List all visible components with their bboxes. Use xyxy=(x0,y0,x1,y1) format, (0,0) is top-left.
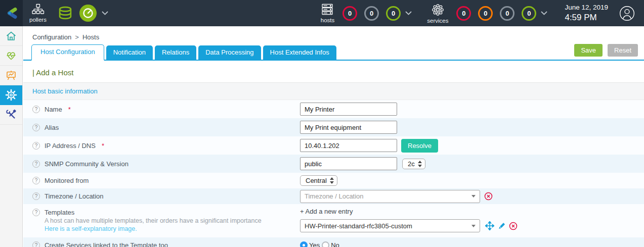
main-content: Configuration > Hosts Host Configuration… xyxy=(23,26,644,247)
template-select[interactable]: HW-Printer-standard-rfc3805-custom xyxy=(300,219,480,232)
save-button[interactable]: Save xyxy=(574,44,603,57)
help-icon[interactable]: ? xyxy=(32,124,40,131)
template-move-icon[interactable] xyxy=(485,221,494,230)
monitored-from-select[interactable]: Central xyxy=(300,175,337,186)
form-actions: Save Reset xyxy=(574,44,638,57)
timezone-clear-icon[interactable] xyxy=(484,192,493,201)
sidebar-item-monitoring[interactable] xyxy=(0,46,22,66)
hosts-status-menu[interactable]: hosts xyxy=(321,3,335,23)
pollers-menu[interactable]: pollers xyxy=(29,4,47,23)
templates-label: Templates xyxy=(45,209,74,216)
help-icon[interactable]: ? xyxy=(32,177,40,184)
hosts-down-counter[interactable]: 0 xyxy=(342,6,357,21)
help-icon[interactable]: ? xyxy=(32,192,40,200)
sidebar-item-configuration[interactable] xyxy=(0,85,22,105)
tab-data-processing[interactable]: Data Processing xyxy=(198,45,261,60)
services-unknown-counter[interactable]: 0 xyxy=(500,6,514,21)
hosts-unreachable-counter[interactable]: 0 xyxy=(364,6,379,21)
ip-input[interactable] xyxy=(300,139,397,152)
form-row-create-services: ? Create Services linked to the Template… xyxy=(23,237,644,247)
select-updown-icon xyxy=(330,177,334,184)
form-row-name: ? Name * xyxy=(23,100,644,118)
radio-no-unchecked[interactable] xyxy=(322,241,329,247)
form-row-templates: ? Templates + Add a new entry A host can… xyxy=(23,204,644,237)
create-services-yes-option[interactable]: Yes xyxy=(300,241,322,247)
create-services-radio-group: Yes No xyxy=(300,241,341,247)
add-template-entry-link[interactable]: + Add a new entry xyxy=(300,208,353,215)
gauge-status-icon[interactable] xyxy=(79,4,97,22)
hosts-up-counter[interactable]: 0 xyxy=(386,6,401,21)
form-row-snmp: ? SNMP Community & Version 2c xyxy=(23,155,644,173)
template-edit-icon[interactable] xyxy=(497,222,506,230)
alias-input[interactable] xyxy=(300,121,397,134)
pollers-label: pollers xyxy=(29,17,47,23)
templates-note: A host can have multiple templates, thei… xyxy=(45,216,300,225)
main-sidebar xyxy=(0,26,23,247)
form-row-monitored-from: ? Monitored from Central xyxy=(23,173,644,188)
required-mark: * xyxy=(102,142,104,150)
section-host-basic-information: Host basic information xyxy=(23,82,644,100)
dropdown-arrow-icon xyxy=(471,225,476,227)
templates-help-link[interactable]: Here is a self-explanatory image. xyxy=(45,225,300,232)
hosts-label: hosts xyxy=(321,17,335,23)
services-ok-counter[interactable]: 0 xyxy=(522,6,536,21)
hosts-icon xyxy=(321,3,334,16)
centreon-logo[interactable] xyxy=(0,0,23,26)
monitored-from-value: Central xyxy=(306,177,327,184)
breadcrumb-hosts[interactable]: Hosts xyxy=(82,33,99,41)
no-label: No xyxy=(331,241,339,247)
home-icon xyxy=(5,30,17,42)
template-delete-icon[interactable] xyxy=(509,222,518,230)
services-status-menu[interactable]: services xyxy=(427,3,448,24)
top-header: pollers xyxy=(0,0,644,26)
snmp-community-input[interactable] xyxy=(300,157,397,170)
tools-icon xyxy=(5,109,17,121)
resolve-button[interactable]: Resolve xyxy=(401,139,438,153)
ip-label: IP Address / DNS xyxy=(45,142,96,150)
timezone-label: Timezone / Location xyxy=(45,192,104,200)
name-input[interactable] xyxy=(300,103,397,116)
create-services-no-option[interactable]: No xyxy=(322,241,341,247)
breadcrumb-separator: > xyxy=(75,33,79,41)
name-label: Name xyxy=(45,106,62,113)
services-warning-counter[interactable]: 0 xyxy=(478,6,493,21)
services-label: services xyxy=(427,18,448,24)
sidebar-item-home[interactable] xyxy=(0,26,22,46)
select-updown-icon xyxy=(418,161,422,167)
help-icon[interactable]: ? xyxy=(32,160,40,168)
tab-host-extended-infos[interactable]: Host Extended Infos xyxy=(263,45,336,60)
database-status-icon[interactable] xyxy=(58,6,73,20)
breadcrumb-configuration[interactable]: Configuration xyxy=(32,33,71,41)
header-date: June 12, 2019 xyxy=(565,4,608,12)
alias-label: Alias xyxy=(45,124,59,131)
help-icon[interactable]: ? xyxy=(32,241,40,247)
snmp-version-select[interactable]: 2c xyxy=(402,159,425,169)
template-selected-value: HW-Printer-standard-rfc3805-custom xyxy=(305,222,412,230)
services-critical-counter[interactable]: 0 xyxy=(456,6,471,21)
user-avatar[interactable] xyxy=(619,6,635,21)
timezone-select[interactable]: Timezone / Location xyxy=(300,190,480,203)
radio-yes-checked[interactable] xyxy=(300,241,308,247)
breadcrumb: Configuration > Hosts xyxy=(23,26,644,45)
sidebar-item-administration[interactable] xyxy=(0,105,22,125)
reset-button[interactable]: Reset xyxy=(608,44,638,57)
centreon-logo-icon xyxy=(5,6,19,20)
timezone-placeholder: Timezone / Location xyxy=(305,192,364,200)
sidebar-item-reporting[interactable] xyxy=(0,66,22,85)
tab-relations[interactable]: Relations xyxy=(155,45,196,60)
help-icon[interactable]: ? xyxy=(32,142,40,150)
tab-host-configuration[interactable]: Host Configuration xyxy=(31,44,104,61)
form-row-ip: ? IP Address / DNS * Resolve xyxy=(23,136,644,155)
tab-notification[interactable]: Notification xyxy=(106,45,153,60)
services-chevron-down-icon[interactable] xyxy=(541,11,547,15)
help-icon[interactable]: ? xyxy=(32,106,40,113)
form-row-alias: ? Alias xyxy=(23,118,644,136)
snmp-version-value: 2c xyxy=(408,160,415,168)
help-icon[interactable]: ? xyxy=(32,209,40,216)
gauge-chevron-down-icon[interactable] xyxy=(102,11,108,15)
hosts-chevron-down-icon[interactable] xyxy=(405,11,412,15)
create-services-label: Create Services linked to the Template t… xyxy=(45,241,168,247)
snmp-label: SNMP Community & Version xyxy=(45,160,128,168)
required-mark: * xyxy=(68,106,71,113)
chart-board-icon xyxy=(5,69,17,81)
